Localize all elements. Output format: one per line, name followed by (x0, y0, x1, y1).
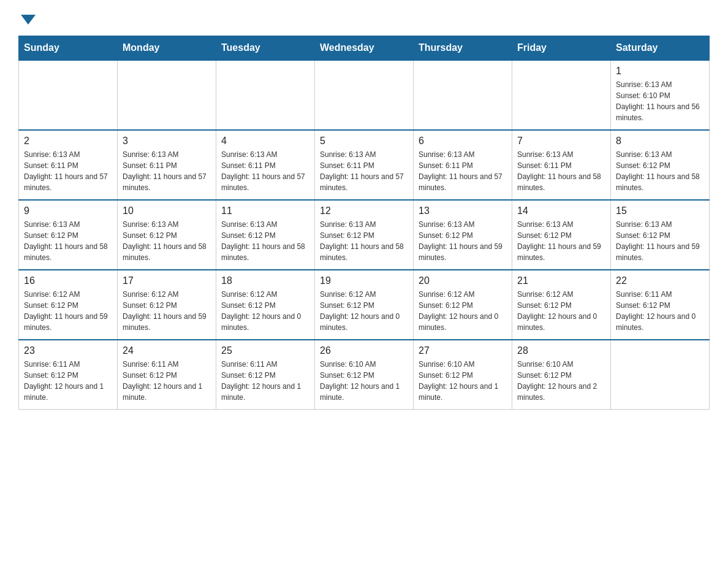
sunrise-text: Sunrise: 6:11 AM (221, 359, 309, 370)
calendar-table: SundayMondayTuesdayWednesdayThursdayFrid… (18, 36, 710, 410)
day-number: 11 (221, 205, 309, 216)
calendar-cell: 26Sunrise: 6:10 AMSunset: 6:12 PMDayligh… (315, 340, 414, 410)
sunrise-text: Sunrise: 6:13 AM (517, 219, 605, 230)
sunrise-text: Sunrise: 6:11 AM (616, 289, 704, 300)
day-info: Sunrise: 6:10 AMSunset: 6:12 PMDaylight:… (320, 359, 408, 403)
sunrise-text: Sunrise: 6:13 AM (24, 149, 112, 160)
day-info: Sunrise: 6:13 AMSunset: 6:10 PMDaylight:… (616, 79, 704, 123)
daylight-text: Daylight: 12 hours and 1 minute. (320, 381, 408, 403)
sunrise-text: Sunrise: 6:13 AM (517, 149, 605, 160)
day-number: 18 (221, 275, 309, 286)
daylight-text: Daylight: 12 hours and 1 minute. (123, 381, 211, 403)
day-info: Sunrise: 6:12 AMSunset: 6:12 PMDaylight:… (221, 289, 309, 333)
sunset-text: Sunset: 6:12 PM (320, 230, 408, 241)
weekday-header-sunday: Sunday (19, 36, 118, 61)
calendar-cell: 3Sunrise: 6:13 AMSunset: 6:11 PMDaylight… (118, 130, 216, 200)
daylight-text: Daylight: 12 hours and 2 minutes. (517, 381, 605, 403)
calendar-cell: 24Sunrise: 6:11 AMSunset: 6:12 PMDayligh… (118, 340, 216, 410)
day-number: 22 (616, 275, 704, 286)
day-info: Sunrise: 6:10 AMSunset: 6:12 PMDaylight:… (517, 359, 605, 403)
daylight-text: Daylight: 11 hours and 57 minutes. (221, 171, 309, 193)
daylight-text: Daylight: 12 hours and 1 minute. (419, 381, 507, 403)
day-number: 16 (24, 275, 112, 286)
day-info: Sunrise: 6:13 AMSunset: 6:12 PMDaylight:… (123, 219, 211, 263)
calendar-cell (512, 60, 611, 130)
day-number: 27 (419, 345, 507, 356)
sunrise-text: Sunrise: 6:12 AM (221, 289, 309, 300)
sunrise-text: Sunrise: 6:13 AM (221, 219, 309, 230)
day-number: 10 (123, 205, 211, 216)
calendar-cell: 25Sunrise: 6:11 AMSunset: 6:12 PMDayligh… (216, 340, 315, 410)
day-number: 24 (123, 345, 211, 356)
sunset-text: Sunset: 6:11 PM (123, 160, 211, 171)
day-info: Sunrise: 6:11 AMSunset: 6:12 PMDaylight:… (616, 289, 704, 333)
daylight-text: Daylight: 12 hours and 1 minute. (24, 381, 112, 403)
sunset-text: Sunset: 6:10 PM (616, 90, 704, 101)
daylight-text: Daylight: 11 hours and 58 minutes. (320, 241, 408, 263)
day-number: 19 (320, 275, 408, 286)
day-info: Sunrise: 6:12 AMSunset: 6:12 PMDaylight:… (320, 289, 408, 333)
calendar-cell: 22Sunrise: 6:11 AMSunset: 6:12 PMDayligh… (611, 270, 710, 340)
calendar-cell: 5Sunrise: 6:13 AMSunset: 6:11 PMDaylight… (315, 130, 414, 200)
sunrise-text: Sunrise: 6:13 AM (221, 149, 309, 160)
page-header (18, 12, 710, 23)
calendar-cell: 9Sunrise: 6:13 AMSunset: 6:12 PMDaylight… (19, 200, 118, 270)
calendar-cell: 10Sunrise: 6:13 AMSunset: 6:12 PMDayligh… (118, 200, 216, 270)
day-number: 14 (517, 205, 605, 216)
weekday-header-friday: Friday (512, 36, 611, 61)
calendar-cell: 12Sunrise: 6:13 AMSunset: 6:12 PMDayligh… (315, 200, 414, 270)
day-number: 13 (419, 205, 507, 216)
calendar-cell: 17Sunrise: 6:12 AMSunset: 6:12 PMDayligh… (118, 270, 216, 340)
day-number: 1 (616, 66, 704, 77)
weekday-header-thursday: Thursday (414, 36, 512, 61)
calendar-cell: 1Sunrise: 6:13 AMSunset: 6:10 PMDaylight… (611, 60, 710, 130)
calendar-cell: 19Sunrise: 6:12 AMSunset: 6:12 PMDayligh… (315, 270, 414, 340)
day-info: Sunrise: 6:12 AMSunset: 6:12 PMDaylight:… (24, 289, 112, 333)
daylight-text: Daylight: 11 hours and 59 minutes. (616, 241, 704, 263)
sunset-text: Sunset: 6:12 PM (221, 300, 309, 311)
day-number: 3 (123, 136, 211, 147)
sunset-text: Sunset: 6:12 PM (419, 230, 507, 241)
daylight-text: Daylight: 11 hours and 57 minutes. (320, 171, 408, 193)
sunset-text: Sunset: 6:12 PM (419, 370, 507, 381)
logo-arrow-icon (21, 15, 36, 25)
week-row-2: 2Sunrise: 6:13 AMSunset: 6:11 PMDaylight… (19, 130, 710, 200)
sunrise-text: Sunrise: 6:13 AM (419, 219, 507, 230)
sunrise-text: Sunrise: 6:13 AM (320, 149, 408, 160)
sunrise-text: Sunrise: 6:11 AM (123, 359, 211, 370)
weekday-header-wednesday: Wednesday (315, 36, 414, 61)
day-info: Sunrise: 6:11 AMSunset: 6:12 PMDaylight:… (123, 359, 211, 403)
sunset-text: Sunset: 6:12 PM (24, 370, 112, 381)
calendar-cell: 18Sunrise: 6:12 AMSunset: 6:12 PMDayligh… (216, 270, 315, 340)
day-number: 8 (616, 136, 704, 147)
sunrise-text: Sunrise: 6:13 AM (419, 149, 507, 160)
day-info: Sunrise: 6:13 AMSunset: 6:12 PMDaylight:… (517, 219, 605, 263)
week-row-1: 1Sunrise: 6:13 AMSunset: 6:10 PMDaylight… (19, 60, 710, 130)
calendar-cell: 4Sunrise: 6:13 AMSunset: 6:11 PMDaylight… (216, 130, 315, 200)
daylight-text: Daylight: 12 hours and 1 minute. (221, 381, 309, 403)
sunset-text: Sunset: 6:11 PM (419, 160, 507, 171)
daylight-text: Daylight: 11 hours and 58 minutes. (517, 171, 605, 193)
day-number: 25 (221, 345, 309, 356)
sunrise-text: Sunrise: 6:13 AM (616, 149, 704, 160)
daylight-text: Daylight: 12 hours and 0 minutes. (419, 311, 507, 333)
day-number: 17 (123, 275, 211, 286)
calendar-cell: 27Sunrise: 6:10 AMSunset: 6:12 PMDayligh… (414, 340, 512, 410)
daylight-text: Daylight: 11 hours and 57 minutes. (24, 171, 112, 193)
calendar-cell (19, 60, 118, 130)
daylight-text: Daylight: 12 hours and 0 minutes. (320, 311, 408, 333)
sunset-text: Sunset: 6:12 PM (320, 370, 408, 381)
sunset-text: Sunset: 6:12 PM (616, 160, 704, 171)
daylight-text: Daylight: 11 hours and 58 minutes. (221, 241, 309, 263)
daylight-text: Daylight: 11 hours and 58 minutes. (616, 171, 704, 193)
day-info: Sunrise: 6:12 AMSunset: 6:12 PMDaylight:… (123, 289, 211, 333)
day-number: 28 (517, 345, 605, 356)
sunset-text: Sunset: 6:12 PM (24, 230, 112, 241)
daylight-text: Daylight: 11 hours and 58 minutes. (24, 241, 112, 263)
sunrise-text: Sunrise: 6:12 AM (517, 289, 605, 300)
sunset-text: Sunset: 6:12 PM (123, 230, 211, 241)
day-info: Sunrise: 6:13 AMSunset: 6:11 PMDaylight:… (24, 149, 112, 193)
sunrise-text: Sunrise: 6:10 AM (419, 359, 507, 370)
calendar-cell: 14Sunrise: 6:13 AMSunset: 6:12 PMDayligh… (512, 200, 611, 270)
day-info: Sunrise: 6:13 AMSunset: 6:12 PMDaylight:… (616, 219, 704, 263)
